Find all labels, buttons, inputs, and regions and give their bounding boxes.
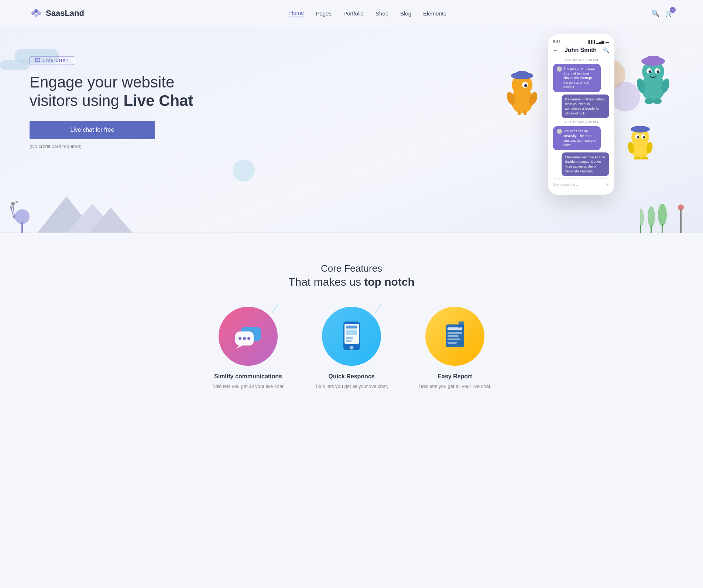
svg-rect-74 bbox=[447, 335, 459, 337]
nav-blog[interactable]: Blog bbox=[400, 10, 411, 17]
badge-label: LIVE CHAT bbox=[42, 58, 69, 63]
chat-msg-1: The person who says it cannot be done sh… bbox=[553, 64, 601, 92]
svg-point-53 bbox=[658, 204, 667, 226]
plant-left bbox=[7, 196, 37, 233]
svg-rect-72 bbox=[447, 327, 462, 330]
nav-elements[interactable]: Elements bbox=[423, 10, 446, 17]
svg-point-3 bbox=[35, 14, 38, 17]
chat-msg-2: Remember that not getting what you want … bbox=[562, 94, 609, 118]
nav-links: Home Pages Portfolio Shop Blog Elements bbox=[289, 10, 446, 17]
brand-name: SaasLand bbox=[46, 8, 84, 18]
response-circle bbox=[322, 307, 381, 366]
chat-bubble-icon bbox=[35, 58, 40, 63]
chat-plus-btn[interactable]: + bbox=[606, 182, 609, 188]
report-document-icon bbox=[442, 321, 468, 351]
phone-search-icon[interactable]: 🔍 bbox=[603, 47, 609, 53]
svg-point-1 bbox=[34, 9, 38, 13]
nav-home[interactable]: Home bbox=[289, 10, 304, 17]
communications-icon-wrap bbox=[219, 307, 278, 366]
hero-content: LIVE CHAT Engage your website visitors u… bbox=[30, 41, 222, 149]
deco-arrow-comms bbox=[270, 303, 281, 314]
report-icon-wrap bbox=[425, 307, 484, 366]
svg-point-23 bbox=[649, 71, 651, 73]
svg-point-42 bbox=[15, 209, 30, 224]
chat-msg-3: You can't use up creativity. The more yo… bbox=[553, 126, 601, 150]
nav-pages[interactable]: Pages bbox=[316, 10, 332, 17]
svg-rect-52 bbox=[680, 209, 682, 233]
signal-icons: ▐▐▐ ▂▄▆ ▬ bbox=[587, 40, 609, 44]
cart-badge: 2 bbox=[670, 7, 676, 13]
svg-point-62 bbox=[243, 337, 246, 340]
phone-header: ← John Smith 🔍 bbox=[553, 47, 609, 54]
feature-desc-report: Tidio lets you get all your live chat, bbox=[414, 383, 495, 390]
feature-name-report: Easy Report bbox=[414, 373, 495, 380]
report-circle bbox=[425, 307, 484, 366]
svg-point-7 bbox=[38, 60, 39, 61]
deco-arrow-response bbox=[374, 303, 385, 314]
svg-point-29 bbox=[653, 98, 662, 104]
chat-input-area: Say something ... + bbox=[553, 178, 609, 188]
svg-point-70 bbox=[350, 346, 353, 350]
svg-rect-69 bbox=[346, 340, 352, 342]
chat-msg-4: Maecenas nec odio et ante tincidunt temp… bbox=[562, 152, 609, 176]
mobile-phone-icon bbox=[342, 321, 362, 352]
features-title: That makes us top notch bbox=[30, 276, 673, 288]
avatar-1 bbox=[557, 66, 562, 72]
feature-name-comms: Simlify communications bbox=[208, 373, 289, 380]
character-teal bbox=[633, 56, 673, 104]
deco-circle-teal bbox=[233, 159, 255, 182]
cloud-left-2 bbox=[0, 60, 30, 70]
feature-name-response: Quick Responce bbox=[311, 373, 392, 380]
hero-title: Engage your website visitors using Live … bbox=[30, 73, 222, 110]
features-grid: Simlify communications Tidio lets you ge… bbox=[30, 307, 673, 390]
svg-point-25 bbox=[657, 71, 659, 73]
svg-point-11 bbox=[515, 71, 529, 77]
back-arrow[interactable]: ← bbox=[553, 47, 558, 53]
character-yellow bbox=[625, 126, 655, 159]
chat-bubbles-icon bbox=[233, 323, 263, 349]
svg-point-57 bbox=[640, 209, 644, 227]
svg-rect-43 bbox=[21, 222, 23, 233]
phone-status-bar: 9:41 ▐▐▐ ▂▄▆ ▬ bbox=[553, 40, 609, 44]
svg-rect-54 bbox=[662, 224, 663, 233]
nav-shop[interactable]: Shop bbox=[375, 10, 388, 17]
phone-time: 9:41 bbox=[553, 40, 560, 44]
svg-point-35 bbox=[637, 136, 639, 138]
svg-point-2 bbox=[37, 11, 41, 15]
live-chat-badge: LIVE CHAT bbox=[30, 56, 74, 65]
cta-subtitle: (No credit card required) bbox=[30, 144, 222, 149]
svg-point-13 bbox=[524, 84, 527, 87]
cart-wrapper[interactable]: 🛒 2 bbox=[665, 9, 673, 17]
svg-point-63 bbox=[247, 337, 250, 340]
svg-point-55 bbox=[648, 206, 655, 227]
logo[interactable]: SaasLand bbox=[30, 7, 84, 20]
feature-desc-response: Tidio lets you get all your live chat, bbox=[311, 383, 392, 390]
chat-date-2: YESTERDAY, 7:45 PM bbox=[553, 120, 609, 124]
svg-rect-16 bbox=[518, 111, 521, 115]
search-icon[interactable]: 🔍 bbox=[651, 9, 659, 17]
character-orange bbox=[504, 71, 541, 115]
svg-point-28 bbox=[645, 98, 654, 104]
svg-point-37 bbox=[643, 136, 645, 138]
cta-button[interactable]: Live chat for free bbox=[30, 121, 155, 139]
features-eyebrow: Core Features bbox=[30, 263, 673, 274]
svg-rect-73 bbox=[447, 332, 462, 334]
svg-point-61 bbox=[239, 337, 241, 340]
svg-rect-58 bbox=[640, 225, 641, 233]
nav-actions: 🔍 🛒 2 bbox=[651, 9, 673, 17]
svg-point-6 bbox=[37, 60, 38, 61]
feature-desc-comms: Tidio lets you get all your live chat, bbox=[208, 383, 289, 390]
chat-date-1: YESTERDAY, 2:30 PM bbox=[553, 58, 609, 62]
feature-card-report: Easy Report Tidio lets you get all your … bbox=[414, 307, 495, 390]
svg-rect-66 bbox=[346, 326, 357, 329]
chat-placeholder: Say something ... bbox=[553, 183, 579, 186]
nav-portfolio[interactable]: Portfolio bbox=[343, 10, 364, 17]
svg-point-46 bbox=[16, 201, 18, 203]
contact-name: John Smith bbox=[565, 47, 597, 54]
svg-rect-76 bbox=[447, 342, 457, 344]
plant-right bbox=[640, 196, 692, 233]
svg-point-0 bbox=[31, 11, 35, 15]
hero-section: LIVE CHAT Engage your website visitors u… bbox=[0, 27, 703, 233]
avatar-2 bbox=[557, 129, 562, 134]
navbar: SaasLand Home Pages Portfolio Shop Blog … bbox=[0, 0, 703, 27]
